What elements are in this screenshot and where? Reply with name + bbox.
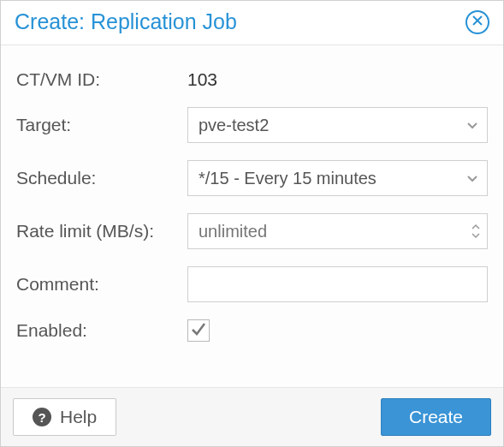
enabled-checkbox[interactable] <box>187 319 210 342</box>
create-button[interactable]: Create <box>381 398 491 436</box>
check-icon <box>190 320 207 341</box>
comment-input[interactable] <box>187 266 488 302</box>
help-button[interactable]: ? Help <box>13 398 116 436</box>
target-select[interactable] <box>187 107 488 143</box>
comment-field[interactable] <box>187 266 488 302</box>
schedule-label: Schedule: <box>16 168 187 188</box>
dialog-footer: ? Help Create <box>1 387 503 446</box>
help-button-label: Help <box>60 407 97 427</box>
row-enabled: Enabled: <box>16 319 488 342</box>
comment-label: Comment: <box>16 274 187 295</box>
help-icon: ? <box>33 408 51 426</box>
dialog-body: CT/VM ID: 103 Target: Schedule: Rate li <box>1 45 503 387</box>
enabled-label: Enabled: <box>16 320 187 341</box>
row-target: Target: <box>16 107 488 143</box>
create-button-label: Create <box>409 407 463 427</box>
close-icon <box>471 15 483 30</box>
rate-limit-input[interactable] <box>187 213 488 249</box>
target-field[interactable] <box>187 107 488 143</box>
dialog-title: Create: Replication Job <box>15 9 237 34</box>
rate-limit-label: Rate limit (MB/s): <box>16 221 187 241</box>
schedule-select[interactable] <box>187 160 488 196</box>
target-label: Target: <box>16 115 187 135</box>
row-rate-limit: Rate limit (MB/s): <box>16 213 488 249</box>
row-schedule: Schedule: <box>16 160 488 196</box>
ctvm-id-label: CT/VM ID: <box>16 69 187 90</box>
create-replication-dialog: Create: Replication Job CT/VM ID: 103 Ta… <box>0 0 504 447</box>
ctvm-id-value: 103 <box>187 69 217 90</box>
titlebar: Create: Replication Job <box>1 1 503 45</box>
rate-limit-field[interactable] <box>187 213 488 249</box>
row-comment: Comment: <box>16 266 488 302</box>
row-ctvm-id: CT/VM ID: 103 <box>16 69 488 90</box>
close-button[interactable] <box>465 10 489 34</box>
schedule-field[interactable] <box>187 160 488 196</box>
